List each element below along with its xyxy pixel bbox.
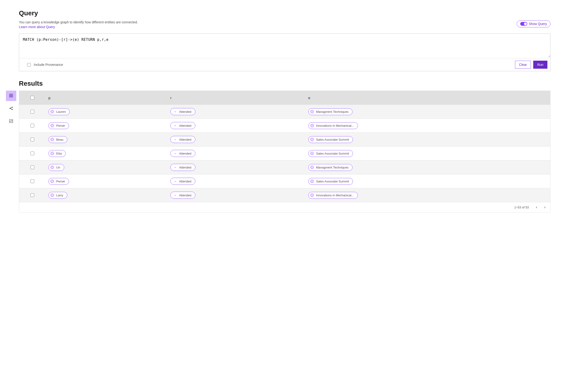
show-query-toggle[interactable]: Show Query	[517, 20, 551, 27]
chip-label: Attended	[179, 152, 191, 155]
chart-icon	[9, 119, 13, 124]
page-range-label: 1–53 of 53	[514, 206, 529, 209]
chip-label: Uri	[56, 166, 60, 169]
entity-chip-person[interactable]: Etta	[48, 150, 66, 157]
relation-chip[interactable]: →Attended	[170, 192, 195, 199]
prev-page-button[interactable]: ‹	[536, 205, 537, 209]
relation-chip[interactable]: →Attended	[170, 108, 195, 115]
chip-label: Attended	[179, 110, 191, 113]
table-icon	[9, 94, 13, 98]
table-row: Uri→AttendedManagment Techniques	[19, 160, 550, 174]
entity-dot-icon	[311, 166, 314, 169]
chip-label: Attended	[179, 124, 191, 127]
arrow-right-icon: →	[173, 124, 177, 127]
chip-label: Attended	[179, 194, 191, 197]
relation-chip[interactable]: →Attended	[170, 164, 195, 171]
clear-button[interactable]: Clear	[515, 61, 531, 69]
page-description: You can query a knowledge graph to ident…	[19, 20, 138, 24]
entity-chip-person[interactable]: Beau	[48, 136, 67, 143]
show-query-label: Show Query	[529, 22, 547, 26]
relation-chip[interactable]: →Attended	[170, 136, 195, 143]
row-checkbox[interactable]	[30, 124, 34, 127]
entity-chip-person[interactable]: Persie	[48, 178, 69, 185]
chart-view-button[interactable]	[6, 116, 16, 126]
row-checkbox[interactable]	[30, 138, 34, 141]
row-checkbox[interactable]	[30, 193, 34, 197]
query-editor-box: Include Provenance Clear Run	[19, 33, 551, 71]
entity-chip-event[interactable]: Managment Techniques	[308, 108, 353, 115]
column-header-p[interactable]: p	[45, 91, 167, 105]
graph-icon	[9, 106, 13, 111]
select-all-checkbox[interactable]	[30, 96, 34, 99]
arrow-right-icon: →	[173, 166, 177, 169]
entity-dot-icon	[311, 110, 314, 113]
chip-label: Innovations in Mechanical...	[316, 194, 354, 197]
entity-chip-event[interactable]: Sales Associate Summit	[308, 150, 353, 157]
arrow-right-icon: →	[173, 179, 177, 183]
entity-dot-icon	[51, 180, 54, 183]
chip-label: Sales Associate Summit	[316, 152, 349, 155]
entity-dot-icon	[51, 166, 54, 169]
table-row: Persie→AttendedSales Associate Summit	[19, 174, 550, 188]
results-title: Results	[19, 80, 551, 87]
table-row: Lauren→AttendedManagment Techniques	[19, 105, 550, 119]
entity-chip-event[interactable]: Sales Associate Summit	[308, 136, 353, 143]
chip-label: Managment Techniques	[316, 110, 349, 113]
chip-label: Lauren	[56, 110, 66, 113]
include-provenance-checkbox[interactable]: Include Provenance	[26, 62, 513, 67]
arrow-right-icon: →	[173, 193, 177, 197]
results-table: p r e Lauren→AttendedManagment Technique…	[19, 91, 550, 202]
relation-chip[interactable]: →Attended	[170, 150, 195, 157]
entity-dot-icon	[51, 124, 54, 127]
pagination-bar: 1–53 of 53 ‹ ›	[19, 202, 550, 212]
table-row: Etta→AttendedSales Associate Summit	[19, 147, 550, 160]
chip-label: Etta	[56, 152, 62, 155]
arrow-right-icon: →	[173, 152, 177, 155]
arrow-right-icon: →	[173, 110, 177, 113]
next-page-button[interactable]: ›	[544, 205, 546, 209]
chip-label: Beau	[56, 138, 63, 141]
entity-chip-person[interactable]: Lauren	[48, 108, 70, 115]
chip-label: Persie	[56, 124, 65, 127]
entity-dot-icon	[51, 152, 54, 155]
view-mode-rail	[6, 91, 19, 212]
table-view-button[interactable]	[6, 91, 16, 101]
chip-label: Persie	[56, 180, 65, 183]
arrow-right-icon: →	[173, 138, 177, 141]
entity-dot-icon	[311, 152, 314, 155]
include-provenance-label: Include Provenance	[34, 63, 63, 67]
row-checkbox[interactable]	[30, 166, 34, 169]
chevron-right-icon: ›	[544, 205, 546, 209]
row-checkbox[interactable]	[30, 152, 34, 155]
entity-chip-event[interactable]: Innovations in Mechanical...	[308, 192, 358, 199]
table-row: Larry→AttendedInnovations in Mechanical.…	[19, 188, 550, 202]
entity-dot-icon	[311, 180, 314, 183]
include-provenance-input[interactable]	[27, 63, 31, 67]
entity-chip-event[interactable]: Sales Associate Summit	[308, 178, 353, 185]
relation-chip[interactable]: →Attended	[170, 178, 195, 185]
chip-label: Sales Associate Summit	[316, 138, 349, 141]
graph-view-button[interactable]	[6, 103, 16, 114]
entity-chip-event[interactable]: Managment Techniques	[308, 164, 353, 171]
column-header-r[interactable]: r	[167, 91, 305, 105]
entity-chip-person[interactable]: Larry	[48, 192, 67, 199]
toggle-on-icon	[520, 22, 527, 26]
run-button[interactable]: Run	[533, 61, 547, 69]
entity-chip-event[interactable]: Innovations in Mechanical...	[308, 122, 358, 129]
relation-chip[interactable]: →Attended	[170, 122, 195, 129]
table-row: Persie→AttendedInnovations in Mechanical…	[19, 119, 550, 133]
chip-label: Attended	[179, 166, 191, 169]
column-header-e[interactable]: e	[305, 91, 550, 105]
entity-dot-icon	[51, 110, 54, 113]
query-textarea[interactable]	[19, 34, 550, 57]
row-checkbox[interactable]	[30, 179, 34, 183]
row-checkbox[interactable]	[30, 110, 34, 113]
entity-dot-icon	[311, 138, 314, 141]
chip-label: Attended	[179, 138, 191, 141]
chip-label: Managment Techniques	[316, 166, 349, 169]
entity-dot-icon	[311, 124, 314, 127]
chip-label: Innovations in Mechanical...	[316, 124, 354, 127]
learn-more-link[interactable]: Learn more about Query	[19, 25, 55, 29]
entity-chip-person[interactable]: Persie	[48, 122, 69, 129]
entity-chip-person[interactable]: Uri	[48, 164, 64, 171]
